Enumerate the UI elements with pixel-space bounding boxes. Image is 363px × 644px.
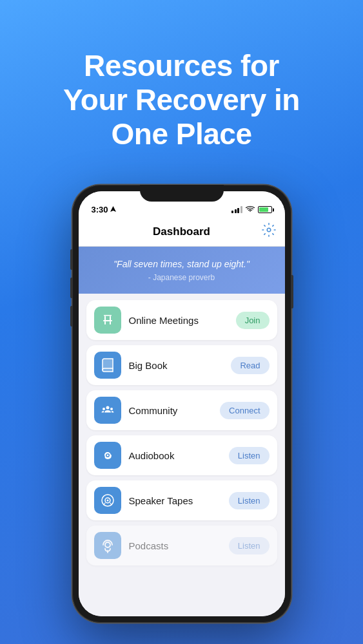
- speaker-icon: [94, 487, 121, 514]
- connect-button[interactable]: Connect: [220, 402, 269, 419]
- phone-screen: 3:30: [79, 191, 285, 616]
- status-icons: [231, 205, 272, 214]
- svg-point-12: [106, 455, 108, 457]
- big-book-label: Big Book: [129, 360, 224, 371]
- svg-rect-2: [104, 315, 112, 316]
- chair-icon: [94, 307, 121, 334]
- svg-point-9: [103, 408, 105, 410]
- svg-rect-6: [104, 321, 106, 325]
- battery-fill: [259, 207, 268, 212]
- menu-item-community: Community Connect: [86, 390, 277, 430]
- community-label: Community: [129, 405, 213, 416]
- menu-item-audiobook: Audiobook Listen: [86, 435, 277, 475]
- speaker-listen-button[interactable]: Listen: [229, 492, 270, 509]
- svg-point-15: [106, 500, 108, 502]
- hero-section: Resources for Your Recovery in One Place: [0, 0, 363, 185]
- speaker-tapes-label: Speaker Tapes: [129, 495, 221, 506]
- svg-point-1: [267, 228, 271, 232]
- signal-bars: [231, 206, 242, 213]
- nav-bar: Dashboard: [79, 218, 285, 247]
- nav-title: Dashboard: [153, 225, 210, 238]
- menu-item-big-book: Big Book Read: [86, 345, 277, 385]
- svg-marker-0: [110, 206, 116, 212]
- podcast-icon: [94, 532, 121, 559]
- status-time: 3:30: [92, 205, 116, 214]
- book-icon: [94, 352, 121, 379]
- quote-banner: "Fall seven times, stand up eight." - Ja…: [79, 247, 285, 294]
- hero-title: Resources for Your Recovery in One Place: [26, 24, 337, 169]
- read-button[interactable]: Read: [231, 357, 269, 374]
- svg-rect-5: [103, 320, 112, 321]
- settings-button[interactable]: [262, 223, 276, 241]
- wifi-icon: [246, 205, 255, 214]
- podcasts-label: Podcasts: [129, 540, 221, 551]
- svg-point-8: [106, 406, 109, 410]
- audiobook-listen-button[interactable]: Listen: [229, 447, 270, 464]
- join-button[interactable]: Join: [236, 312, 270, 329]
- quote-text: "Fall seven times, stand up eight.": [92, 258, 272, 271]
- phone-notch: [140, 185, 224, 202]
- menu-item-podcasts: Podcasts Listen: [86, 526, 277, 565]
- location-icon: [110, 206, 116, 213]
- menu-item-speaker-tapes: Speaker Tapes Listen: [86, 480, 277, 520]
- podcasts-button[interactable]: Listen: [229, 537, 270, 554]
- audiobook-label: Audiobook: [129, 450, 221, 461]
- svg-point-10: [110, 408, 113, 410]
- community-icon: [94, 397, 121, 424]
- battery-icon: [258, 206, 272, 213]
- menu-list: Online Meetings Join Big Book Read: [79, 294, 285, 616]
- quote-author: - Japanese proverb: [92, 273, 272, 282]
- audiobook-icon: [94, 442, 121, 469]
- phone-mockup: 3:30: [72, 185, 291, 623]
- online-meetings-label: Online Meetings: [129, 315, 228, 326]
- svg-point-16: [105, 542, 110, 547]
- menu-item-online-meetings: Online Meetings Join: [86, 300, 277, 340]
- svg-rect-7: [110, 321, 111, 325]
